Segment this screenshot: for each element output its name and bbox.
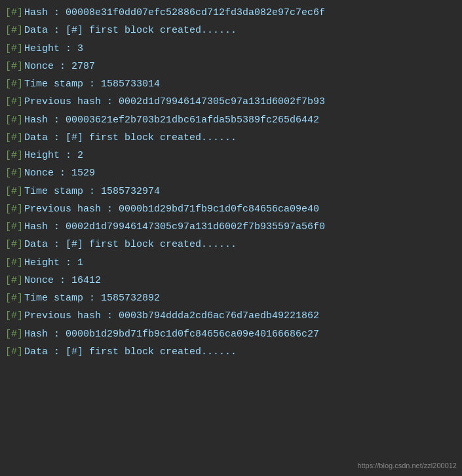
line-content: Data : [#] first block created...... <box>24 130 237 145</box>
line-prefix: [#] <box>5 184 23 199</box>
terminal-line: [#] Hash : 00003621ef2b703b21dbc61afda5b… <box>0 111 462 129</box>
line-content: Data : [#] first block created...... <box>24 344 237 359</box>
line-content: Data : [#] first block created...... <box>24 23 237 38</box>
line-content: Height : 2 <box>24 148 83 163</box>
terminal-line: [#] Data : [#] first block created...... <box>0 22 462 39</box>
terminal-line: [#] Nonce : 1529 <box>0 164 462 182</box>
line-prefix: [#] <box>5 23 23 38</box>
terminal-line: [#] Time stamp : 1585732974 <box>0 183 462 200</box>
line-content: Hash : 0002d1d79946147305c97a131d6002f7b… <box>24 219 325 234</box>
line-content: Previous hash : 0002d1d79946147305c97a13… <box>24 94 325 109</box>
line-prefix: [#] <box>5 202 23 217</box>
line-content: Hash : 00003621ef2b703b21dbc61afda5b5389… <box>24 113 319 128</box>
line-prefix: [#] <box>5 5 23 20</box>
line-content: Height : 1 <box>24 255 83 270</box>
terminal-line: [#] Data : [#] first block created...... <box>0 236 462 253</box>
line-prefix: [#] <box>5 273 23 288</box>
terminal-line: [#] Time stamp : 1585733014 <box>0 75 462 93</box>
line-prefix: [#] <box>5 166 23 181</box>
terminal-window: [#] Hash : 00008e31f0dd07efc52886cd712fd… <box>0 3 462 473</box>
line-content: Time stamp : 1585733014 <box>24 77 160 92</box>
terminal-line: [#] Data : [#] first block created...... <box>0 129 462 147</box>
line-content: Height : 3 <box>24 41 83 56</box>
line-prefix: [#] <box>5 113 23 128</box>
line-prefix: [#] <box>5 77 23 92</box>
line-prefix: [#] <box>5 237 23 252</box>
line-content: Hash : 0000b1d29bd71fb9c1d0fc84656ca09e4… <box>24 327 319 342</box>
line-content: Previous hash : 0000b1d29bd71fb9c1d0fc84… <box>24 202 319 217</box>
line-content: Time stamp : 1585732974 <box>24 184 160 199</box>
terminal-line: [#] Previous hash : 0003b794ddda2cd6ac76… <box>0 307 462 325</box>
line-content: Data : [#] first block created...... <box>24 237 237 252</box>
terminal-line: [#] Previous hash : 0002d1d79946147305c9… <box>0 93 462 111</box>
line-prefix: [#] <box>5 255 23 270</box>
terminal-line: [#] Hash : 0000b1d29bd71fb9c1d0fc84656ca… <box>0 325 462 343</box>
line-content: Nonce : 16412 <box>24 273 101 288</box>
line-prefix: [#] <box>5 219 23 234</box>
terminal-line: [#] Time stamp : 1585732892 <box>0 289 462 307</box>
line-content: Previous hash : 0003b794ddda2cd6ac76d7ae… <box>24 308 319 323</box>
terminal-line: [#] Nonce : 16412 <box>0 272 462 289</box>
terminal-line: [#] Height : 1 <box>0 254 462 272</box>
line-content: Time stamp : 1585732892 <box>24 291 160 306</box>
line-prefix: [#] <box>5 344 23 359</box>
line-prefix: [#] <box>5 148 23 163</box>
line-prefix: [#] <box>5 308 23 323</box>
terminal-line: [#] Height : 3 <box>0 40 462 58</box>
terminal-line: [#] Hash : 00008e31f0dd07efc52886cd712fd… <box>0 4 462 22</box>
line-content: Nonce : 2787 <box>24 59 95 74</box>
watermark-text: https://blog.csdn.net/zzl200012 <box>357 462 457 469</box>
terminal-line: [#] Data : [#] first block created...... <box>0 343 462 361</box>
line-content: Hash : 00008e31f0dd07efc52886cd712fd3da0… <box>24 5 325 20</box>
terminal-line: [#] Hash : 0002d1d79946147305c97a131d600… <box>0 218 462 236</box>
line-prefix: [#] <box>5 291 23 306</box>
line-prefix: [#] <box>5 130 23 145</box>
line-prefix: [#] <box>5 327 23 342</box>
terminal-line: [#] Nonce : 2787 <box>0 58 462 75</box>
line-prefix: [#] <box>5 94 23 109</box>
line-content: Nonce : 1529 <box>24 166 95 181</box>
line-prefix: [#] <box>5 41 23 56</box>
line-prefix: [#] <box>5 59 23 74</box>
terminal-line: [#] Previous hash : 0000b1d29bd71fb9c1d0… <box>0 200 462 218</box>
terminal-line: [#] Height : 2 <box>0 147 462 164</box>
